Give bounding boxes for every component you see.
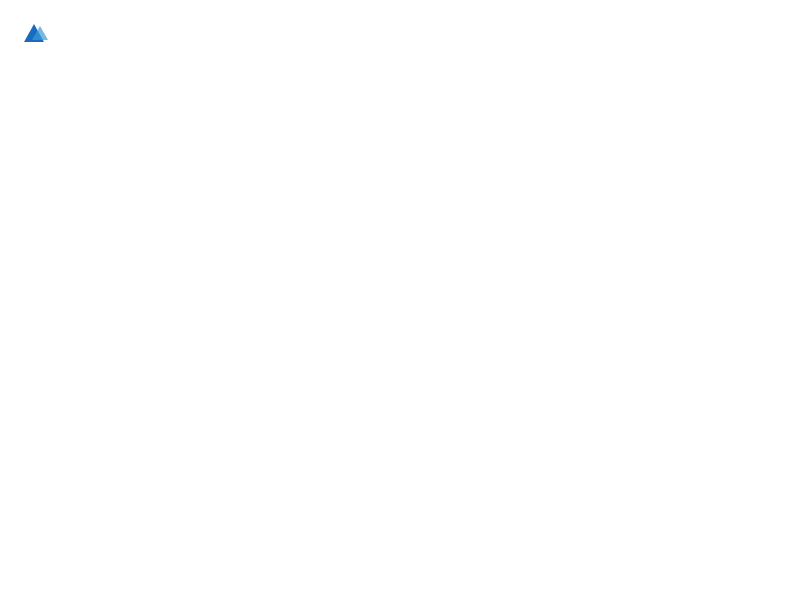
- logo: [20, 20, 52, 48]
- page-header: [20, 20, 772, 48]
- logo-icon: [20, 20, 48, 48]
